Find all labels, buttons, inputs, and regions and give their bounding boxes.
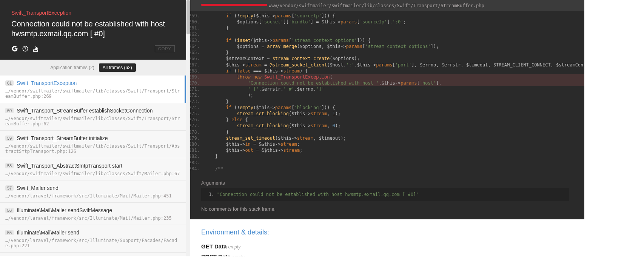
help-actions: COPY (11, 45, 175, 52)
code-line: 269. throw new Swift_TransportException( (186, 74, 584, 80)
code-line: 274. if (!empty($this->params['blocking'… (186, 105, 584, 111)
code-line: 275. stream_set_blocking($this->stream, … (186, 111, 584, 117)
code-line: 268. if (false === $this->stream) { (186, 68, 584, 74)
frame-title: Swift_Mailer send (17, 185, 59, 191)
line-source: if (!empty($this->params['sourceIp'])) { (204, 13, 335, 19)
code-line: 263. if (isset($this->params['stream_con… (186, 37, 584, 43)
detail-label: GET Data (201, 243, 227, 250)
stack-frame[interactable]: 55Illuminate\Mail\Mailer send…/vendor/la… (0, 225, 186, 253)
frame-number: 58 (5, 163, 14, 168)
line-source: if (isset($this->params['stream_context_… (204, 37, 371, 43)
code-line: 272. ); (186, 92, 584, 98)
right-panel: www/vendor/swiftmailer/swiftmailer/lib/c… (186, 0, 584, 256)
stack-frame[interactable]: 54Illuminate\Support\Facades\Facade __ca… (0, 253, 186, 256)
line-source: $this->in = &$this->stream; (204, 141, 300, 147)
argument-index: 1. (209, 192, 217, 197)
frame-file-path: …/vendor/swiftmailer/swiftmailer/lib/cla… (5, 116, 181, 126)
code-line: 284. /** (186, 166, 584, 172)
frames-list: 61Swift_TransportException…/vendor/swift… (0, 76, 186, 256)
code-line: 260. $options['socket']['bindto'] = $thi… (186, 19, 584, 25)
arguments-heading: Arguments (186, 176, 584, 188)
frame-number: 55 (5, 230, 14, 235)
google-search-icon[interactable] (11, 45, 18, 52)
exception-header: Swift_TransportException Connection coul… (0, 0, 186, 60)
line-source: } (204, 25, 229, 31)
code-line: 262. (186, 31, 584, 37)
detail-empty: empty (228, 244, 241, 250)
tab-application-frames[interactable]: Application frames (2) (50, 65, 94, 70)
code-line: 265. } (186, 49, 584, 55)
argument-value: "Connection could not be established wit… (217, 192, 419, 197)
stack-frame[interactable]: 60Swift_Transport_StreamBuffer establish… (0, 103, 186, 131)
no-comments-text: No comments for this stack frame. (186, 201, 584, 219)
frame-file-path: …/vendor/laravel/framework/src/Illuminat… (5, 238, 181, 248)
stack-frame[interactable]: 56Illuminate\Mail\Mailer sendSwiftMessag… (0, 203, 186, 225)
line-source: } (204, 129, 229, 135)
line-source: $options['socket']['bindto'] = $this->pa… (204, 19, 406, 25)
frame-number: 59 (5, 136, 14, 141)
code-line: 266. $streamContext = stream_context_cre… (186, 55, 584, 62)
source-code: 259. if (!empty($this->params['sourceIp'… (186, 11, 584, 176)
line-source: $this->stream = @stream_socket_client($h… (204, 62, 584, 68)
stack-frame[interactable]: 58Swift_Transport_AbstractSmtpTransport … (0, 158, 186, 180)
line-source: } (204, 99, 229, 105)
frame-tabs: Application frames (2) All frames (62) (0, 60, 186, 76)
frame-title: Illuminate\Mail\Mailer sendSwiftMessage (17, 207, 112, 213)
code-line: 273. } (186, 99, 584, 105)
frame-file-path: …/vendor/swiftmailer/swiftmailer/lib/cla… (5, 88, 181, 99)
code-line: 278. } (186, 129, 584, 135)
code-line: 279. stream_set_timeout($this->stream, $… (186, 135, 584, 141)
source-file-path: www/vendor/swiftmailer/swiftmailer/lib/c… (186, 0, 584, 11)
line-source: } (204, 49, 229, 55)
code-line: 261. } (186, 25, 584, 31)
line-source: $options = array_merge($options, $this->… (204, 43, 439, 49)
exception-name: Swift_TransportException (11, 10, 175, 16)
code-line: 280. $this->in = &$this->stream; (186, 141, 584, 147)
code-line: 283. (186, 160, 584, 166)
line-source: if (!empty($this->params['blocking'])) { (204, 105, 335, 111)
stackoverflow-search-icon[interactable] (32, 45, 39, 52)
redacted-path-segment (201, 4, 267, 6)
frame-number: 61 (5, 80, 14, 86)
frame-file-path: …/vendor/laravel/framework/src/Illuminat… (5, 216, 181, 221)
line-source: throw new Swift_TransportException( (204, 74, 333, 80)
detail-row: GET Dataempty (201, 243, 569, 250)
detail-empty: empty (232, 254, 245, 256)
details-heading: Environment & details: (201, 228, 569, 236)
detail-row: POST Dataempty (201, 253, 569, 256)
code-line: 270. 'Connection could not be establishe… (186, 80, 584, 86)
left-panel: Swift_TransportException Connection coul… (0, 0, 186, 256)
line-source: $this->out = &$this->stream; (204, 147, 302, 153)
stack-frame[interactable]: 61Swift_TransportException…/vendor/swift… (0, 76, 186, 103)
frame-number: 60 (5, 108, 14, 113)
svg-point-0 (23, 46, 28, 51)
line-source: if (false === $this->stream) { (204, 68, 308, 74)
code-line: 267. $this->stream = @stream_socket_clie… (186, 62, 584, 68)
left-scrollbar-thumb[interactable] (186, 0, 190, 34)
line-source: $streamContext = stream_context_create($… (204, 55, 360, 62)
frame-title: Swift_Transport_AbstractSmtpTransport st… (17, 163, 122, 169)
left-scrollbar-track[interactable] (186, 0, 190, 256)
frame-title: Swift_Transport_StreamBuffer establishSo… (17, 108, 153, 114)
line-source: ' ['.$errstr.' #'.$errno.']' (204, 86, 324, 92)
environment-details: Environment & details: GET DataemptyPOST… (186, 219, 584, 256)
code-line: 259. if (!empty($this->params['sourceIp'… (186, 13, 584, 19)
code-line: 282. } (186, 153, 584, 159)
frame-file-path: …/vendor/swiftmailer/swiftmailer/lib/cla… (5, 171, 181, 176)
copy-button[interactable]: COPY (155, 45, 175, 52)
code-line: 271. ' ['.$errstr.' #'.$errno.']' (186, 86, 584, 92)
code-line: 281. $this->out = &$this->stream; (186, 147, 584, 153)
line-source: stream_set_blocking($this->stream, 0); (204, 123, 340, 129)
line-source: } (204, 153, 218, 159)
exception-message: Connection could not be established with… (11, 19, 175, 39)
stack-frame[interactable]: 57Swift_Mailer send…/vendor/laravel/fram… (0, 180, 186, 203)
frame-title: Illuminate\Mail\Mailer send (17, 230, 79, 236)
file-path-suffix: www/vendor/swiftmailer/swiftmailer/lib/c… (269, 3, 484, 8)
line-source: /** (204, 166, 223, 172)
line-source: } else { (204, 117, 248, 123)
stack-frame[interactable]: 59Swift_Transport_StreamBuffer initializ… (0, 131, 186, 158)
frame-number: 57 (5, 185, 14, 191)
line-source: stream_set_blocking($this->stream, 1); (204, 111, 340, 117)
duckduckgo-search-icon[interactable] (22, 45, 29, 52)
tab-all-frames[interactable]: All frames (62) (99, 63, 136, 72)
